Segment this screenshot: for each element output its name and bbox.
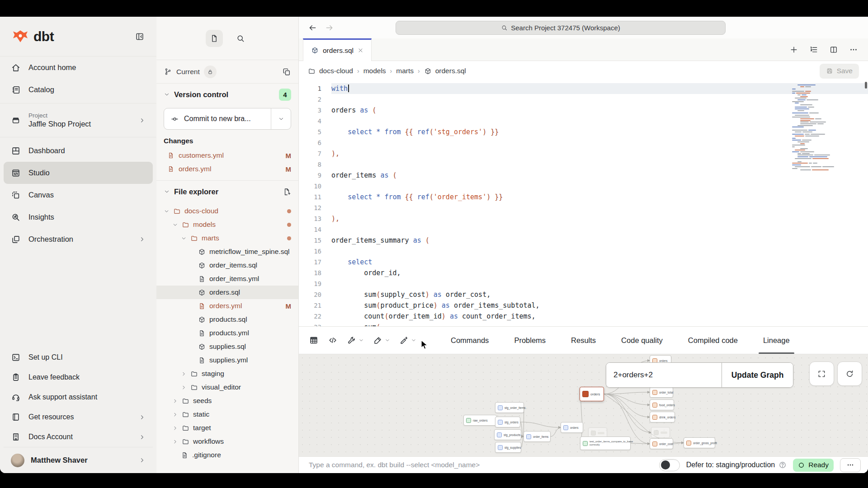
panel-tab-compiled-code[interactable]: Compiled code — [685, 327, 741, 354]
sidebar-item-account-home[interactable]: Account home — [4, 56, 153, 79]
branch-row[interactable]: Current — [156, 60, 298, 84]
results-table-icon[interactable] — [309, 335, 319, 345]
tree-item-visual-editor[interactable]: visual_editor — [156, 380, 298, 394]
lineage-selector-group: Update Graph — [606, 362, 793, 388]
search-view-button[interactable] — [232, 30, 249, 47]
split-editor-icon[interactable] — [829, 45, 838, 54]
breadcrumb-segment-marts[interactable]: marts — [396, 67, 414, 75]
tab-orders-sql[interactable]: orders.sql — [303, 38, 372, 61]
minimap[interactable] — [792, 84, 838, 171]
sidebar-item-jaffle-shop-project[interactable]: ProjectJaffle Shop Project — [4, 106, 153, 135]
tree-item-marts[interactable]: marts — [156, 231, 298, 245]
tree-item-seeds[interactable]: seeds — [156, 394, 298, 408]
tree-item-target[interactable]: target — [156, 421, 298, 435]
tree-item-order-items-sql[interactable]: order_items.sql — [156, 258, 298, 272]
new-file-icon[interactable] — [283, 188, 291, 196]
tree-item-order-items-yml[interactable]: order_items.yml — [156, 272, 298, 286]
tree-item-supplies-yml[interactable]: supplies.yml — [156, 353, 298, 367]
collapse-sidebar-icon[interactable] — [135, 32, 145, 42]
tree-item-products-yml[interactable]: products.yml — [156, 326, 298, 340]
lineage-panel[interactable]: raw_ordersstg_order_itemsstg_ordersstg_p… — [299, 354, 868, 456]
statusbar-menu-button[interactable] — [840, 458, 861, 472]
new-tab-icon[interactable] — [789, 45, 798, 54]
sidebar-item-leave-feedback[interactable]: Leave feedback — [4, 367, 153, 387]
lineage-node-stg-order-items[interactable]: stg_order_items — [495, 402, 524, 413]
sidebar-item-catalog[interactable]: Catalog — [4, 79, 153, 101]
close-tab-icon[interactable] — [358, 47, 363, 53]
tree-item-products-sql[interactable]: products.sql — [156, 313, 298, 326]
compile-code-icon[interactable] — [328, 335, 338, 345]
sidebar-item-studio[interactable]: Studio — [4, 162, 153, 184]
lineage-node-g2[interactable] — [651, 427, 670, 438]
tree-item-staging[interactable]: staging — [156, 367, 298, 380]
lineage-node-orders[interactable]: orders — [561, 422, 583, 433]
sidebar-item-orchestration[interactable]: Orchestration — [4, 228, 153, 250]
file-explorer-header[interactable]: File explorer — [156, 181, 298, 202]
editor-scrollbar[interactable] — [865, 82, 867, 89]
lineage-node-stg-supplies[interactable]: stg_supplies — [495, 442, 521, 453]
sidebar-item-insights[interactable]: Insights — [4, 206, 153, 228]
lineage-node-order-gross-profit[interactable]: order_gross_profit — [684, 437, 715, 448]
tree-item-workflows[interactable]: workflows — [156, 435, 298, 448]
sidebar-item-ask-support-assistant[interactable]: Ask support assistant — [4, 387, 153, 407]
ai-fix-button[interactable] — [399, 335, 416, 345]
user-menu[interactable]: Matthew Shaver — [4, 447, 153, 473]
help-icon[interactable] — [778, 461, 787, 469]
lineage-selector-input[interactable] — [606, 363, 722, 387]
sidebar-item-get-resources[interactable]: Get resources — [4, 407, 153, 427]
forward-button[interactable] — [325, 23, 334, 33]
back-button[interactable] — [308, 23, 317, 33]
panel-tab-code-quality[interactable]: Code quality — [618, 327, 665, 354]
minimap-segment — [800, 122, 809, 122]
lineage-node-test-order-items-compare-to-base-correctly[interactable]: test_order_items_compare_to_base correct… — [580, 436, 631, 450]
lineage-node-stg-orders[interactable]: stg_orders — [495, 417, 520, 427]
breadcrumb-segment-models[interactable]: models — [363, 67, 386, 75]
tree-item-gitignore[interactable]: .gitignore — [156, 448, 298, 462]
files-view-button[interactable] — [206, 30, 223, 47]
code-editor[interactable]: 1with23orders as (45 select * from {{ re… — [299, 81, 868, 326]
refresh-graph-button[interactable] — [837, 361, 862, 386]
sidebar-item-dashboard[interactable]: Dashboard — [4, 140, 153, 162]
update-graph-button[interactable]: Update Graph — [722, 363, 793, 387]
lineage-node-drink-orders[interactable]: drink_orders — [650, 412, 675, 422]
changed-file-orders-yml[interactable]: orders.ymlM — [156, 162, 298, 176]
version-control-header[interactable]: Version control 4 — [156, 84, 298, 105]
breadcrumb-file[interactable]: orders.sql — [424, 67, 466, 75]
open-editors-icon[interactable] — [809, 45, 818, 54]
panel-tab-commands[interactable]: Commands — [448, 327, 491, 354]
lineage-node-raw-orders[interactable]: raw_orders — [463, 415, 497, 426]
tree-item-metricflow-time-spine-sql[interactable]: metricflow_time_spine.sql — [156, 245, 298, 258]
tree-item-static[interactable]: static — [156, 408, 298, 421]
tree-item-supplies-sql[interactable]: supplies.sql — [156, 340, 298, 353]
format-button[interactable] — [373, 335, 390, 345]
fullscreen-button[interactable] — [809, 361, 834, 386]
panel-tab-problems[interactable]: Problems — [511, 327, 548, 354]
lineage-node-orders[interactable]: orders — [580, 387, 604, 401]
defer-toggle[interactable] — [659, 459, 680, 471]
tree-item-docs-cloud[interactable]: docs-cloud — [156, 204, 298, 218]
sidebar-item-set-up-cli[interactable]: Set up CLI — [4, 347, 153, 367]
panel-tab-results[interactable]: Results — [568, 327, 599, 354]
panel-tab-lineage[interactable]: Lineage — [760, 327, 793, 354]
commit-button[interactable]: Commit to new bra... — [164, 108, 291, 130]
tree-item-models[interactable]: models — [156, 218, 298, 231]
sidebar-item-canvas[interactable]: Canvas — [4, 184, 153, 206]
lineage-node-order-total[interactable]: order_total — [650, 387, 673, 398]
command-input[interactable]: Type a command, ex. dbt build --select <… — [309, 461, 480, 469]
lineage-node-stg-products[interactable]: stg_products — [494, 429, 521, 440]
changed-file-customers-yml[interactable]: customers.ymlM — [156, 149, 298, 162]
lineage-node-food-orders[interactable]: food_orders — [650, 399, 674, 410]
sidebar-item-docs-account[interactable]: Docs Account — [4, 427, 153, 447]
project-search-bar[interactable]: Search Project 372475 (Workspace) — [396, 21, 726, 35]
tree-item-orders-yml[interactable]: orders.ymlM — [156, 299, 298, 313]
breadcrumb-segment-docs-cloud[interactable]: docs-cloud — [308, 67, 353, 75]
copy-branch-icon[interactable] — [282, 67, 291, 76]
editor-menu-icon[interactable] — [849, 45, 858, 54]
commit-options-button[interactable] — [271, 108, 291, 129]
save-button[interactable]: Save — [820, 64, 859, 79]
lineage-node-order-cost[interactable]: order_cost — [650, 438, 673, 449]
lineage-node-order-items[interactable]: order_items — [524, 431, 551, 442]
build-tools-button[interactable] — [347, 335, 364, 345]
tree-item-orders-sql[interactable]: orders.sql — [156, 286, 298, 299]
chevron-right-icon — [172, 398, 178, 404]
